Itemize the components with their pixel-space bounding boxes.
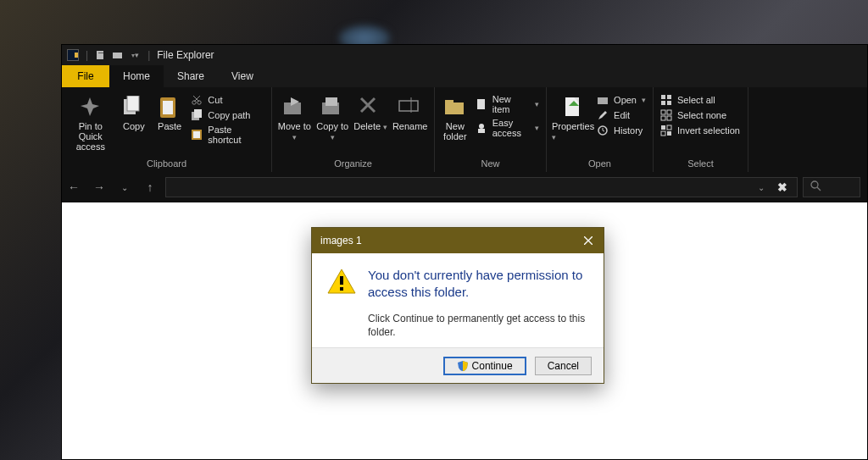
back-button[interactable]: ← xyxy=(64,177,84,197)
ribbon-group-open: Properties Open Edit History xyxy=(547,87,654,172)
svg-rect-38 xyxy=(661,116,665,120)
cut-button[interactable]: Cut xyxy=(191,94,264,106)
select-none-icon xyxy=(660,109,672,121)
properties-button[interactable]: Properties xyxy=(550,92,597,145)
svg-rect-5 xyxy=(127,96,139,111)
qat-properties-icon[interactable] xyxy=(95,49,107,61)
copy-button[interactable]: Copy xyxy=(116,92,152,135)
label: Rename xyxy=(392,121,428,131)
svg-rect-7 xyxy=(163,101,173,114)
delete-button[interactable]: Delete xyxy=(352,92,390,135)
nav-bar: ← → ⌄ ↑ ⌄ ✖ xyxy=(62,172,867,202)
svg-marker-3 xyxy=(81,97,99,116)
edit-button[interactable]: Edit xyxy=(597,109,646,121)
label: Select none xyxy=(677,110,726,120)
address-bar[interactable]: ⌄ ✖ xyxy=(165,177,798,197)
qat-newfolder-icon[interactable] xyxy=(112,49,124,61)
recent-locations-button[interactable]: ⌄ xyxy=(114,177,135,197)
svg-rect-37 xyxy=(667,110,671,114)
label: Paste shortcut xyxy=(208,125,264,145)
label: Delete xyxy=(353,121,387,131)
label: Move to xyxy=(277,121,312,141)
separator: | xyxy=(147,49,150,61)
easy-access-icon xyxy=(476,122,487,134)
dialog-title-bar: images 1 xyxy=(312,228,604,253)
svg-rect-49 xyxy=(340,276,343,285)
qat-customize-icon[interactable]: ▾ xyxy=(129,49,141,61)
svg-rect-36 xyxy=(661,110,665,114)
pin-quick-access-button[interactable]: Pin to Quick access xyxy=(65,92,116,155)
share-tab[interactable]: Share xyxy=(164,65,218,87)
dialog-title: images 1 xyxy=(320,235,362,247)
svg-rect-32 xyxy=(661,95,665,99)
label: Properties xyxy=(552,121,595,141)
group-label: Select xyxy=(654,156,748,172)
svg-rect-25 xyxy=(477,99,485,109)
svg-line-45 xyxy=(817,187,821,191)
open-button[interactable]: Open xyxy=(597,94,646,106)
select-all-icon xyxy=(660,94,672,106)
continue-button[interactable]: Continue xyxy=(443,357,526,375)
label: History xyxy=(614,125,643,136)
svg-rect-24 xyxy=(445,100,453,103)
svg-rect-43 xyxy=(667,131,671,136)
label: New item xyxy=(492,94,530,114)
scissors-icon xyxy=(191,94,203,106)
select-none-button[interactable]: Select none xyxy=(660,109,740,121)
window-title: File Explorer xyxy=(157,49,214,61)
history-button[interactable]: History xyxy=(597,125,646,136)
rename-button[interactable]: Rename xyxy=(389,92,431,135)
view-tab[interactable]: View xyxy=(218,65,267,87)
paste-shortcut-button[interactable]: Paste shortcut xyxy=(191,125,264,145)
label: Cut xyxy=(208,95,222,105)
app-icon xyxy=(67,49,79,61)
new-folder-button[interactable]: New folder xyxy=(438,92,472,145)
home-tab[interactable]: Home xyxy=(109,65,164,87)
file-tab[interactable]: File xyxy=(62,65,109,87)
svg-rect-40 xyxy=(661,125,665,130)
copy-path-button[interactable]: Copy path xyxy=(191,109,264,121)
forward-button[interactable]: → xyxy=(89,177,109,197)
svg-rect-39 xyxy=(667,116,671,120)
paste-button[interactable]: Paste xyxy=(152,92,187,135)
group-label: Organize xyxy=(272,156,434,172)
permission-dialog: images 1 You don't currently have permis… xyxy=(311,227,604,384)
dialog-heading: You don't currently have permission to a… xyxy=(368,267,588,300)
svg-rect-41 xyxy=(667,125,671,130)
ribbon-group-clipboard: Pin to Quick access Copy Paste Cut xyxy=(62,87,272,172)
up-button[interactable]: ↑ xyxy=(140,177,160,197)
copy-to-button[interactable]: Copy to xyxy=(314,92,352,145)
search-input[interactable] xyxy=(803,177,860,197)
refresh-button[interactable]: ✖ xyxy=(773,178,792,197)
label: Paste xyxy=(158,121,181,131)
svg-rect-13 xyxy=(194,109,202,118)
move-to-button[interactable]: Move to xyxy=(275,92,314,145)
ribbon: Pin to Quick access Copy Paste Cut xyxy=(62,87,867,172)
svg-point-26 xyxy=(479,124,484,129)
svg-rect-0 xyxy=(97,51,103,59)
svg-rect-23 xyxy=(445,103,464,114)
new-item-icon xyxy=(476,98,487,110)
chevron-down-icon[interactable]: ⌄ xyxy=(758,183,765,192)
ribbon-tabs: File Home Share View xyxy=(62,65,867,87)
select-all-button[interactable]: Select all xyxy=(660,94,740,106)
label: Easy access xyxy=(492,118,530,138)
close-icon xyxy=(584,236,593,245)
cancel-button[interactable]: Cancel xyxy=(535,357,592,375)
label: Edit xyxy=(614,110,630,120)
invert-selection-button[interactable]: Invert selection xyxy=(660,125,740,136)
svg-rect-30 xyxy=(598,97,608,104)
label: Open xyxy=(614,95,637,105)
new-item-button[interactable]: New item xyxy=(476,94,539,114)
close-button[interactable] xyxy=(580,232,597,249)
history-icon xyxy=(597,125,609,136)
label: Invert selection xyxy=(677,125,740,136)
svg-rect-42 xyxy=(661,131,665,136)
label: Continue xyxy=(472,360,513,372)
svg-rect-2 xyxy=(113,53,122,58)
edit-icon xyxy=(597,109,609,121)
easy-access-button[interactable]: Easy access xyxy=(476,118,539,138)
label: Copy path xyxy=(208,110,250,120)
svg-rect-27 xyxy=(478,129,485,133)
dialog-message: Click Continue to permanently get access… xyxy=(368,312,588,339)
